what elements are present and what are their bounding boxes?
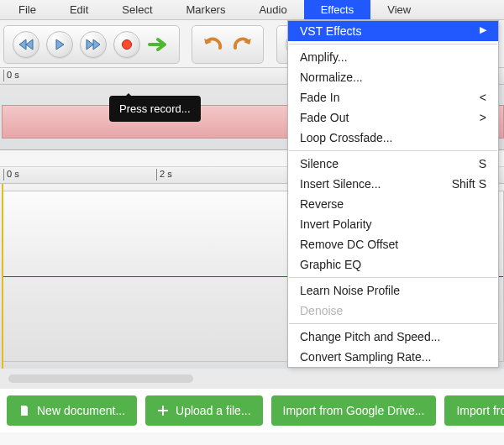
menu-item-shortcut: > — [480, 111, 486, 124]
menu-item-label: Normalize... — [300, 71, 363, 84]
menu-item-amplify[interactable]: Amplify... — [288, 47, 498, 67]
time-tick: 2 s — [156, 169, 172, 181]
import-gdrive-button[interactable]: Import from Google Drive... — [271, 395, 437, 426]
menu-item-vst-effects[interactable]: VST Effects▶ — [288, 21, 498, 41]
menu-item-label: Silence — [300, 157, 339, 170]
upload-file-button[interactable]: Upload a file... — [145, 395, 263, 426]
scrollbar-thumb[interactable] — [8, 374, 193, 383]
record-icon — [121, 39, 133, 50]
menu-item-label: Fade In — [300, 91, 339, 104]
menu-item-silence[interactable]: SilenceS — [288, 154, 498, 174]
redo-button[interactable] — [231, 31, 255, 58]
import-soundcloud-button[interactable]: Import from So — [444, 395, 504, 426]
menu-item-label: Learn Noise Profile — [300, 284, 400, 297]
menu-item-shortcut: < — [480, 91, 486, 104]
svg-point-0 — [123, 40, 132, 50]
menu-item-invert-polarity[interactable]: Invert Polarity — [288, 214, 498, 234]
effects-dropdown: VST Effects▶Amplify...Normalize...Fade I… — [287, 20, 499, 368]
upload-file-label: Upload a file... — [176, 404, 251, 417]
menu-item-label: Graphic EQ — [300, 258, 361, 271]
menu-item-reverse[interactable]: Reverse — [288, 194, 498, 214]
menu-item-label: Loop Crossfade... — [300, 131, 393, 144]
menu-item-label: Convert Sampling Rate... — [300, 350, 431, 364]
menu-item-label: Fade Out — [300, 111, 349, 124]
menu-edit[interactable]: Edit — [53, 0, 105, 19]
import-gdrive-label: Import from Google Drive... — [283, 404, 425, 417]
new-document-label: New document... — [37, 404, 125, 417]
menu-item-remove-dc-offset[interactable]: Remove DC Offset — [288, 234, 498, 254]
menu-item-fade-in[interactable]: Fade In< — [288, 87, 498, 107]
menu-item-change-pitch-and-speed[interactable]: Change Pitch and Speed... — [288, 327, 498, 347]
menu-item-convert-sampling-rate[interactable]: Convert Sampling Rate... — [288, 347, 498, 367]
play-icon — [54, 39, 66, 50]
submenu-arrow-icon: ▶ — [480, 24, 486, 38]
record-tooltip: Press record... — [109, 96, 201, 122]
transport-group — [3, 25, 180, 64]
menu-item-insert-silence[interactable]: Insert Silence...Shift S — [288, 174, 498, 194]
redo-icon — [232, 36, 254, 53]
menu-item-label: Insert Silence... — [300, 177, 381, 191]
arrow-right-icon — [148, 37, 170, 52]
menu-item-fade-out[interactable]: Fade Out> — [288, 107, 498, 128]
menu-audio[interactable]: Audio — [242, 0, 303, 19]
playhead-cursor[interactable] — [2, 184, 3, 369]
menu-file[interactable]: File — [2, 0, 53, 19]
menu-item-learn-noise-profile[interactable]: Learn Noise Profile — [288, 280, 498, 301]
rewind-icon — [18, 39, 34, 50]
menu-effects[interactable]: Effects — [304, 0, 371, 19]
menu-bar: File Edit Select Markers Audio Effects V… — [0, 0, 504, 20]
undo-button[interactable] — [201, 31, 224, 58]
menu-item-label: VST Effects — [300, 24, 361, 38]
menu-item-loop-crossfade[interactable]: Loop Crossfade... — [288, 128, 498, 148]
menu-item-label: Reverse — [300, 197, 344, 211]
menu-separator — [289, 277, 497, 278]
menu-item-label: Remove DC Offset — [300, 238, 398, 251]
undo-icon — [202, 36, 223, 53]
record-button[interactable] — [113, 31, 140, 58]
menu-item-shortcut: Shift S — [452, 177, 486, 191]
menu-select[interactable]: Select — [105, 0, 169, 19]
menu-item-graphic-eq[interactable]: Graphic EQ — [288, 254, 498, 275]
menu-item-label: Denoise — [300, 304, 343, 317]
time-tick: 0 s — [3, 70, 19, 81]
menu-separator — [289, 44, 497, 44]
menu-item-normalize[interactable]: Normalize... — [288, 67, 498, 87]
horizontal-scrollbar[interactable] — [0, 369, 504, 389]
history-group — [192, 25, 264, 64]
menu-item-label: Change Pitch and Speed... — [300, 330, 440, 343]
menu-separator — [289, 323, 497, 324]
menu-view[interactable]: View — [370, 0, 428, 19]
next-arrow-button[interactable] — [147, 31, 171, 58]
menu-markers[interactable]: Markers — [170, 0, 243, 19]
time-tick: 0 s — [3, 169, 19, 181]
menu-item-shortcut: S — [479, 157, 486, 170]
menu-item-denoise: Denoise — [288, 301, 498, 321]
fast-forward-button[interactable] — [80, 31, 107, 58]
document-icon — [18, 405, 30, 416]
new-document-button[interactable]: New document... — [7, 395, 137, 426]
import-soundcloud-label: Import from So — [456, 404, 504, 417]
rewind-button[interactable] — [13, 31, 39, 58]
menu-item-label: Invert Polarity — [300, 217, 372, 231]
fast-forward-icon — [86, 39, 101, 50]
menu-item-label: Amplify... — [300, 50, 348, 64]
play-button[interactable] — [46, 31, 73, 58]
plus-icon — [157, 405, 169, 416]
action-bar: New document... Upload a file... Import … — [0, 389, 504, 432]
menu-separator — [289, 150, 497, 151]
